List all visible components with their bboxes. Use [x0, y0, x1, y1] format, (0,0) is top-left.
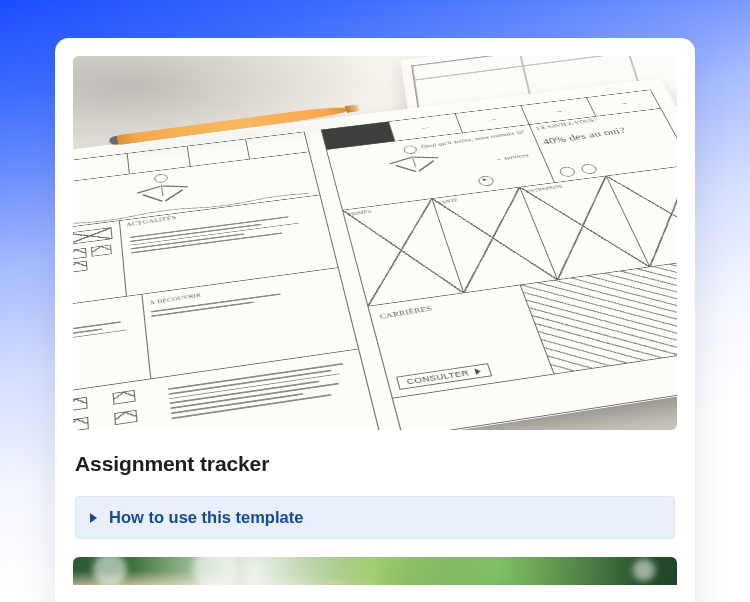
document-card: bxs 20 [55, 38, 695, 602]
page-background: bxs 20 [0, 0, 750, 602]
secondary-image-preview [73, 557, 677, 585]
how-to-use-label: How to use this template [109, 508, 303, 527]
wireframe-right-panel: ———— Quoi qu'il arrive, nous sommes là! … [320, 89, 677, 430]
chevron-right-icon [90, 513, 97, 523]
how-to-use-toggle[interactable]: How to use this template [75, 496, 675, 539]
cover-image: bxs 20 [73, 56, 677, 430]
page-title: Assignment tracker [75, 452, 675, 476]
